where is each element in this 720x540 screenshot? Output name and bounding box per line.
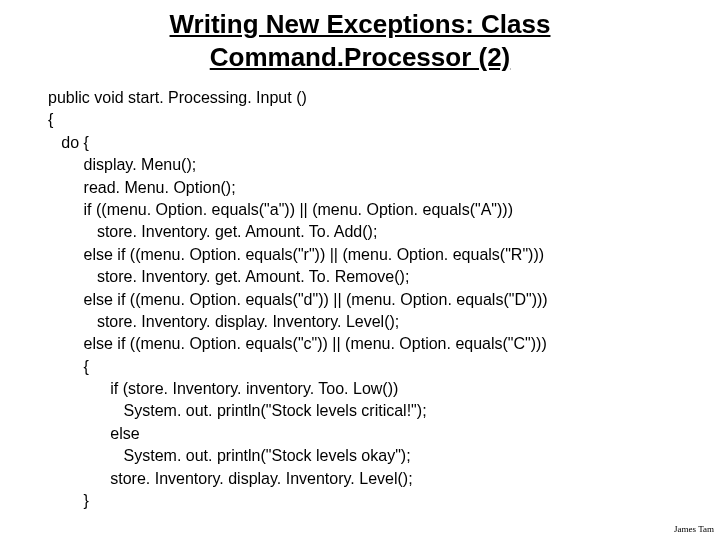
code-line: { <box>48 358 89 375</box>
code-line: store. Inventory. display. Inventory. Le… <box>48 470 413 487</box>
code-line: { <box>48 111 53 128</box>
code-line: else if ((menu. Option. equals("d")) || … <box>48 291 548 308</box>
code-line: store. Inventory. get. Amount. To. Remov… <box>48 268 409 285</box>
code-line: do { <box>48 134 89 151</box>
code-line: read. Menu. Option(); <box>48 179 236 196</box>
slide-title: Writing New Exceptions: Class Command.Pr… <box>0 8 720 73</box>
code-line: display. Menu(); <box>48 156 196 173</box>
code-line: System. out. println("Stock levels okay"… <box>48 447 411 464</box>
title-line-2: Command.Processor (2) <box>210 42 511 72</box>
code-line: else <box>48 425 140 442</box>
footer-author: James Tam <box>674 524 714 534</box>
code-line: if (store. Inventory. inventory. Too. Lo… <box>48 380 398 397</box>
code-line: else if ((menu. Option. equals("c")) || … <box>48 335 547 352</box>
code-line: if ((menu. Option. equals("a")) || (menu… <box>48 201 513 218</box>
code-line: public void start. Processing. Input () <box>48 89 307 106</box>
code-line: store. Inventory. get. Amount. To. Add()… <box>48 223 377 240</box>
code-line: store. Inventory. display. Inventory. Le… <box>48 313 399 330</box>
code-block: public void start. Processing. Input () … <box>48 87 720 512</box>
code-line: System. out. println("Stock levels criti… <box>48 402 427 419</box>
title-line-1: Writing New Exceptions: Class <box>170 9 551 39</box>
code-line: } <box>48 492 89 509</box>
code-line: else if ((menu. Option. equals("r")) || … <box>48 246 544 263</box>
